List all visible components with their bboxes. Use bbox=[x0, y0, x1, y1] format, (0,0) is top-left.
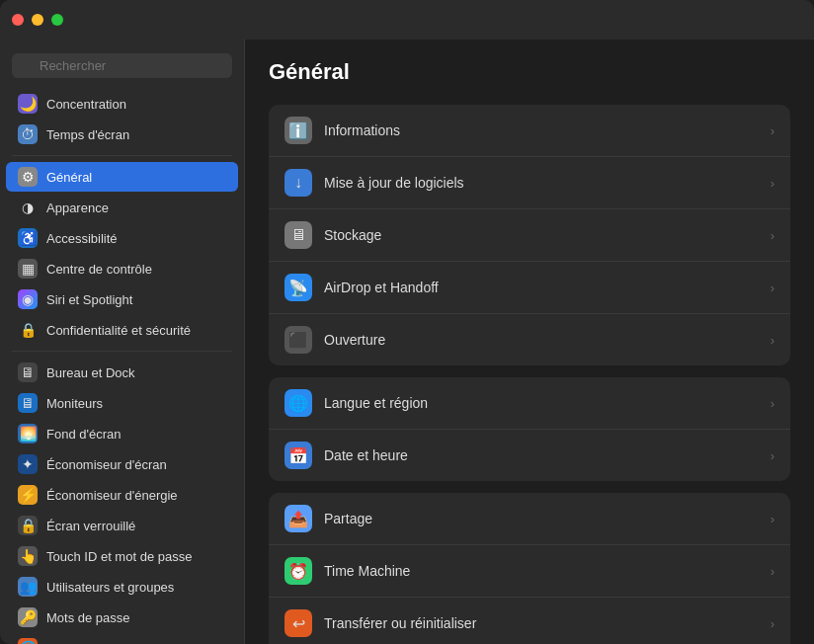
row-label-date: Date et heure bbox=[324, 447, 759, 463]
sidebar-item-label-fond: Fond d'écran bbox=[46, 427, 121, 442]
comptes-icon: 🌐 bbox=[18, 638, 38, 644]
chevron-icon-airdrop: › bbox=[771, 281, 774, 295]
settings-row-date[interactable]: 📅Date et heure› bbox=[269, 430, 790, 481]
settings-row-informations[interactable]: ℹ️Informations› bbox=[269, 105, 790, 157]
stockage-icon: 🖥 bbox=[285, 221, 312, 249]
siri-icon: ◉ bbox=[18, 289, 38, 309]
sidebar-item-concentration[interactable]: 🌙Concentration bbox=[6, 89, 238, 119]
sidebar-item-label-accessibilite: Accessibilité bbox=[46, 231, 118, 246]
mots-icon: 🔑 bbox=[18, 607, 38, 627]
sidebar-item-label-apparence: Apparence bbox=[46, 201, 109, 215]
sidebar-item-label-temps: Temps d'écran bbox=[46, 127, 129, 142]
sidebar-item-comptes[interactable]: 🌐Comptes Internet bbox=[6, 633, 238, 644]
sidebar-item-label-moniteurs: Moniteurs bbox=[46, 396, 103, 411]
settings-row-miseajour[interactable]: ↓Mise à jour de logiciels› bbox=[269, 157, 790, 209]
settings-groups: ℹ️Informations›↓Mise à jour de logiciels… bbox=[269, 105, 790, 644]
chevron-icon-timemachine: › bbox=[771, 564, 774, 579]
chevron-icon-informations: › bbox=[771, 123, 774, 138]
settings-row-langue[interactable]: 🌐Langue et région› bbox=[269, 377, 790, 430]
settings-row-transferer[interactable]: ↩Transférer ou réinitialiser› bbox=[269, 598, 790, 644]
sidebar-item-fond[interactable]: 🌅Fond d'écran bbox=[6, 419, 238, 448]
sidebar-item-label-comptes: Comptes Internet bbox=[46, 641, 145, 645]
sidebar-item-confidentialite[interactable]: 🔒Confidentialité et sécurité bbox=[6, 315, 238, 345]
row-label-miseajour: Mise à jour de logiciels bbox=[324, 175, 759, 191]
settings-group-group1: ℹ️Informations›↓Mise à jour de logiciels… bbox=[269, 105, 790, 365]
apparence-icon: ◑ bbox=[18, 198, 38, 217]
sidebar-item-temps[interactable]: ⏱Temps d'écran bbox=[6, 120, 238, 149]
sidebar-item-bureau[interactable]: 🖥Bureau et Dock bbox=[6, 358, 238, 387]
ecran-icon: 🔒 bbox=[18, 516, 38, 535]
general-icon: ⚙ bbox=[18, 167, 38, 187]
minimize-button[interactable] bbox=[32, 14, 43, 26]
row-label-stockage: Stockage bbox=[324, 227, 759, 243]
titlebar bbox=[0, 0, 814, 40]
miseajour-icon: ↓ bbox=[285, 169, 312, 197]
sidebar-item-label-centre: Centre de contrôle bbox=[46, 262, 152, 277]
economiseur-ecran-icon: ✦ bbox=[18, 454, 38, 474]
sidebar: 🔍 🌙Concentration⏱Temps d'écran⚙Général◑A… bbox=[0, 40, 245, 644]
search-container: 🔍 bbox=[0, 47, 244, 88]
sidebar-item-moniteurs[interactable]: 🖥Moniteurs bbox=[6, 388, 238, 418]
settings-row-ouverture[interactable]: ⬛Ouverture› bbox=[269, 314, 790, 365]
sidebar-item-label-siri: Siri et Spotlight bbox=[46, 292, 132, 307]
sidebar-item-general[interactable]: ⚙Général bbox=[6, 162, 238, 192]
main-content: Général ℹ️Informations›↓Mise à jour de l… bbox=[245, 40, 814, 644]
economiseur-energie-icon: ⚡ bbox=[18, 485, 38, 505]
chevron-icon-date: › bbox=[771, 448, 774, 463]
sidebar-item-label-mots: Mots de passe bbox=[46, 610, 130, 625]
chevron-icon-miseajour: › bbox=[771, 176, 774, 191]
airdrop-icon: 📡 bbox=[285, 274, 312, 301]
sidebar-item-utilisateurs[interactable]: 👥Utilisateurs et groupes bbox=[6, 572, 238, 602]
sidebar-item-siri[interactable]: ◉Siri et Spotlight bbox=[6, 284, 238, 314]
row-label-transferer: Transférer ou réinitialiser bbox=[324, 615, 759, 631]
sidebar-divider bbox=[12, 351, 232, 352]
touch-icon: 👆 bbox=[18, 546, 38, 566]
sidebar-item-ecran[interactable]: 🔒Écran verrouillé bbox=[6, 511, 238, 540]
sidebar-item-apparence[interactable]: ◑Apparence bbox=[6, 193, 238, 222]
utilisateurs-icon: 👥 bbox=[18, 577, 38, 597]
sidebar-item-economiseur-energie[interactable]: ⚡Économiseur d'énergie bbox=[6, 480, 238, 510]
informations-icon: ℹ️ bbox=[285, 117, 312, 144]
row-label-airdrop: AirDrop et Handoff bbox=[324, 280, 759, 295]
sidebar-item-label-concentration: Concentration bbox=[46, 97, 126, 112]
chevron-icon-stockage: › bbox=[771, 228, 774, 243]
ouverture-icon: ⬛ bbox=[285, 326, 312, 354]
sidebar-item-label-confidentialite: Confidentialité et sécurité bbox=[46, 323, 191, 338]
page-title: Général bbox=[269, 59, 790, 85]
search-input[interactable] bbox=[12, 53, 232, 78]
date-icon: 📅 bbox=[285, 442, 312, 469]
sidebar-item-label-economiseur-energie: Économiseur d'énergie bbox=[46, 488, 178, 503]
settings-group-group3: 📤Partage›⏰Time Machine›↩Transférer ou ré… bbox=[269, 493, 790, 644]
row-label-partage: Partage bbox=[324, 511, 759, 526]
settings-row-timemachine[interactable]: ⏰Time Machine› bbox=[269, 545, 790, 598]
search-wrapper: 🔍 bbox=[12, 53, 232, 78]
settings-row-partage[interactable]: 📤Partage› bbox=[269, 493, 790, 545]
sidebar-item-centre[interactable]: ▦Centre de contrôle bbox=[6, 254, 238, 283]
row-label-timemachine: Time Machine bbox=[324, 563, 759, 579]
moniteurs-icon: 🖥 bbox=[18, 393, 38, 413]
centre-icon: ▦ bbox=[18, 259, 38, 279]
confidentialite-icon: 🔒 bbox=[18, 320, 38, 340]
sidebar-divider bbox=[12, 155, 232, 156]
accessibilite-icon: ♿ bbox=[18, 228, 38, 248]
temps-icon: ⏱ bbox=[18, 124, 38, 144]
chevron-icon-transferer: › bbox=[771, 616, 774, 631]
settings-group-group2: 🌐Langue et région›📅Date et heure› bbox=[269, 377, 790, 481]
sidebar-item-label-touch: Touch ID et mot de passe bbox=[46, 549, 192, 564]
settings-row-airdrop[interactable]: 📡AirDrop et Handoff› bbox=[269, 262, 790, 314]
maximize-button[interactable] bbox=[51, 14, 63, 26]
sidebar-item-accessibilite[interactable]: ♿Accessibilité bbox=[6, 223, 238, 253]
sidebar-item-touch[interactable]: 👆Touch ID et mot de passe bbox=[6, 541, 238, 571]
sidebar-item-label-utilisateurs: Utilisateurs et groupes bbox=[46, 580, 174, 595]
row-label-informations: Informations bbox=[324, 122, 759, 138]
sidebar-item-label-bureau: Bureau et Dock bbox=[46, 365, 135, 380]
bureau-icon: 🖥 bbox=[18, 362, 38, 382]
settings-row-stockage[interactable]: 🖥Stockage› bbox=[269, 209, 790, 262]
close-button[interactable] bbox=[12, 14, 24, 26]
sidebar-item-mots[interactable]: 🔑Mots de passe bbox=[6, 603, 238, 632]
chevron-icon-langue: › bbox=[771, 396, 774, 411]
sidebar-item-economiseur-ecran[interactable]: ✦Économiseur d'écran bbox=[6, 449, 238, 479]
sidebar-items-list: 🌙Concentration⏱Temps d'écran⚙Général◑App… bbox=[0, 89, 244, 644]
sidebar-item-label-general: Général bbox=[46, 170, 92, 185]
fond-icon: 🌅 bbox=[18, 424, 38, 443]
